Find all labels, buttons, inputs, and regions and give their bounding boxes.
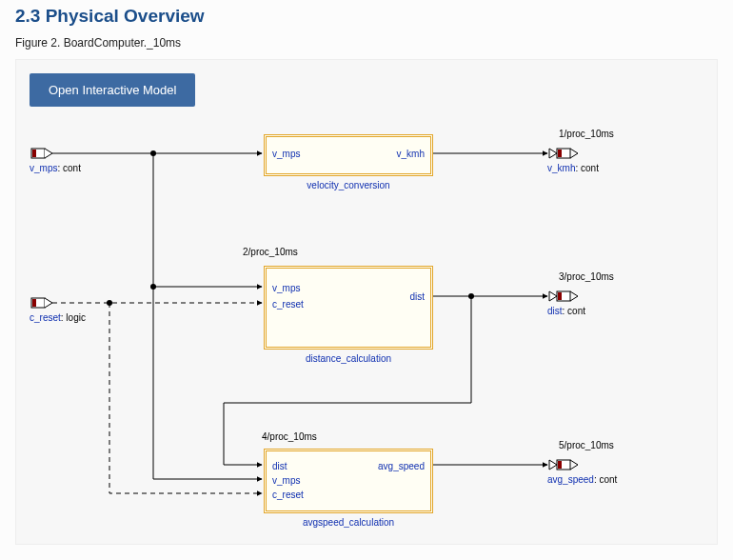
- output-tag: 1/proc_10ms: [559, 129, 614, 139]
- block-caption: avgspeed_calculation: [264, 517, 433, 528]
- outport-glyph: [549, 149, 578, 158]
- svg-point-7: [468, 293, 474, 299]
- outport-glyph: [549, 291, 578, 301]
- input-label-v-mps: v_mps: cont: [30, 163, 81, 173]
- block-caption: velocity_conversion: [264, 180, 433, 190]
- port-label: dist: [409, 291, 425, 302]
- svg-point-5: [150, 284, 156, 290]
- port-label: v_kmh: [397, 149, 425, 159]
- block-caption: distance_calculation: [264, 353, 433, 364]
- port-label: c_reset: [272, 299, 304, 310]
- output-label-dist: dist: cont: [547, 306, 585, 316]
- output-label-avg-speed: avg_speed: cont: [547, 474, 617, 485]
- port-label: v_mps: [272, 283, 300, 293]
- port-label: v_mps: [272, 475, 300, 486]
- inport-glyph: [31, 149, 52, 158]
- output-label-v-kmh: v_kmh: cont: [547, 163, 599, 173]
- figure-caption: Figure 2. BoardComputer._10ms: [15, 36, 718, 50]
- output-tag: 3/proc_10ms: [559, 271, 614, 282]
- port-label: v_mps: [272, 149, 300, 159]
- svg-point-4: [150, 150, 156, 156]
- diagram-canvas: Open Interactive Model: [15, 59, 718, 545]
- inport-glyph: [31, 298, 52, 308]
- port-label: c_reset: [272, 490, 304, 500]
- outport-glyph: [549, 460, 578, 470]
- block-velocity-conversion[interactable]: v_mps v_kmh: [264, 134, 433, 176]
- input-label-c-reset: c_reset: logic: [30, 312, 86, 323]
- port-label: avg_speed: [378, 461, 425, 471]
- section-title: 2.3 Physical Overview: [15, 6, 718, 27]
- block-tag: 4/proc_10ms: [262, 431, 317, 442]
- block-avgspeed-calculation[interactable]: dist v_mps c_reset avg_speed: [264, 449, 433, 513]
- output-tag: 5/proc_10ms: [559, 440, 614, 450]
- block-tag: 2/proc_10ms: [243, 247, 298, 257]
- block-distance-calculation[interactable]: v_mps c_reset dist: [264, 266, 433, 350]
- svg-point-6: [107, 300, 112, 306]
- port-label: dist: [272, 461, 287, 471]
